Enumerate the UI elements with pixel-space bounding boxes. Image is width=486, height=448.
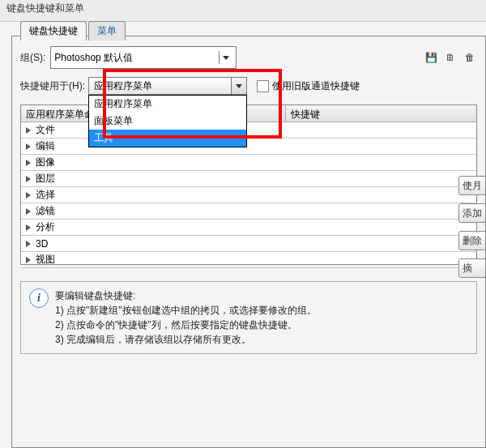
tab-menus[interactable]: 菜单 bbox=[88, 21, 126, 41]
info-panel: i 要编辑键盘快捷键: 1) 点按"新建组"按钮创建选中组的拷贝，或选择要修改的… bbox=[20, 281, 477, 354]
legacy-checkbox[interactable] bbox=[257, 80, 269, 92]
shortcutfor-dropdown: 应用程序菜单 面板菜单 工具 bbox=[88, 95, 247, 147]
group-select[interactable]: Photoshop 默认值 bbox=[50, 46, 236, 69]
new-icon[interactable]: 🗎 bbox=[443, 50, 458, 65]
expand-icon bbox=[26, 224, 31, 231]
expand-icon bbox=[26, 192, 31, 198]
table-row[interactable]: 图像 bbox=[21, 155, 476, 171]
table-row[interactable]: 视图 bbox=[21, 252, 476, 268]
add-button[interactable]: 添加 bbox=[458, 203, 486, 223]
info-icon: i bbox=[29, 288, 49, 308]
expand-icon bbox=[26, 257, 31, 263]
svg-marker-0 bbox=[223, 56, 229, 60]
info-line: 2) 点按命令的"快捷键"列，然后按要指定的键盘快捷键。 bbox=[55, 318, 317, 332]
expand-icon bbox=[26, 160, 31, 166]
dropdown-option-appmenu[interactable]: 应用程序菜单 bbox=[89, 96, 246, 113]
trash-icon[interactable]: 🗑 bbox=[463, 50, 477, 65]
expand-icon bbox=[26, 241, 31, 247]
summary-button[interactable]: 摘 bbox=[458, 258, 486, 278]
window-title: 键盘快捷键和菜单 bbox=[0, 0, 486, 22]
table-row[interactable]: 图层 bbox=[21, 171, 476, 187]
chevron-down-icon bbox=[231, 78, 246, 94]
info-line: 3) 完成编辑后，请存储该组以存储所有更改。 bbox=[55, 332, 317, 347]
dropdown-option-tools[interactable]: 工具 bbox=[89, 130, 246, 147]
info-line: 1) 点按"新建组"按钮创建选中组的拷贝，或选择要修改的组。 bbox=[55, 303, 317, 318]
table-row[interactable]: 3D bbox=[21, 236, 476, 252]
tab-shortcuts[interactable]: 键盘快捷键 bbox=[20, 21, 87, 41]
group-select-value: Photoshop 默认值 bbox=[54, 51, 133, 65]
table-row[interactable]: 滤镜 bbox=[21, 203, 476, 220]
group-label: 组(S): bbox=[20, 51, 45, 65]
col-header-shortcut[interactable]: 快捷键 bbox=[286, 105, 476, 122]
shortcutfor-label: 快捷键用于(H): bbox=[20, 79, 85, 93]
expand-icon bbox=[26, 176, 31, 182]
chevron-down-icon bbox=[219, 51, 232, 64]
legacy-checkbox-label: 使用旧版通道快捷键 bbox=[272, 79, 360, 93]
save-icon[interactable]: 💾 bbox=[424, 50, 438, 65]
dropdown-option-panelmenu[interactable]: 面板菜单 bbox=[89, 113, 246, 130]
expand-icon bbox=[26, 208, 31, 215]
info-title: 要编辑键盘快捷键: bbox=[55, 288, 317, 303]
table-row[interactable]: 选择 bbox=[21, 187, 476, 203]
expand-icon bbox=[26, 143, 31, 150]
svg-marker-1 bbox=[236, 84, 242, 88]
shortcutfor-value: 应用程序菜单 bbox=[94, 79, 152, 93]
use-button[interactable]: 使月 bbox=[458, 176, 486, 195]
delete-button[interactable]: 删除 bbox=[458, 231, 486, 250]
table-row[interactable]: 分析 bbox=[21, 220, 476, 236]
expand-icon bbox=[26, 127, 31, 134]
shortcutfor-select[interactable]: 应用程序菜单 bbox=[88, 77, 247, 95]
